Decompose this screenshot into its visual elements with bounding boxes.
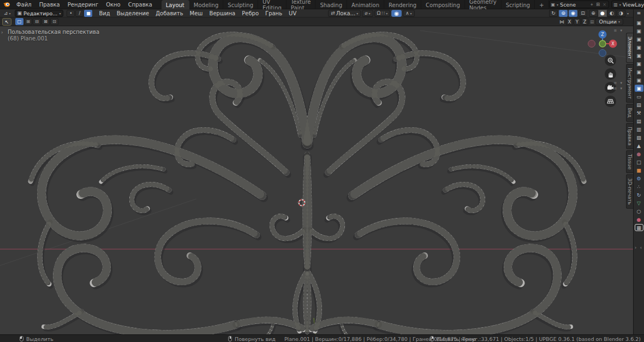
options-dropdown[interactable]: Опции ▾ — [595, 18, 623, 25]
topbar-menu-item[interactable]: Правка — [35, 1, 64, 8]
screen-display-icon[interactable]: ▣ — [635, 85, 643, 92]
workspace-tab[interactable]: Sculpting — [223, 0, 258, 9]
camera-icon[interactable]: ▣ — [635, 36, 643, 43]
viewport-menu-item[interactable]: Вершина — [206, 10, 239, 17]
workspace-tab[interactable]: + — [535, 0, 548, 9]
workspace-tab[interactable]: Compositing — [421, 0, 465, 9]
sidebar-tab[interactable]: Вид — [626, 104, 633, 121]
physics-icon[interactable]: ↻ — [635, 191, 643, 198]
workspace-tab[interactable]: Animation — [347, 0, 384, 9]
editor-type-button[interactable]: ⊿ ▾ — [2, 10, 13, 16]
workspace-tab[interactable]: Shading — [315, 0, 347, 9]
viewport-menu-item[interactable]: Ребро — [238, 10, 262, 17]
sidebar-tab[interactable]: Правка — [626, 123, 633, 149]
camera-icon[interactable]: ▣ — [635, 52, 643, 59]
select-set-icon[interactable]: □ — [15, 18, 23, 25]
sidebar-tab[interactable]: Инструмент — [626, 64, 633, 103]
panel-collapse-icon[interactable]: ≡ ▾ — [613, 81, 623, 85]
workspace-tab[interactable]: Geometry Nodes — [465, 0, 502, 9]
workspace-tab[interactable]: Rendering — [384, 0, 421, 9]
new-scene-icon[interactable]: ⊞ — [595, 2, 600, 7]
workspace-tab[interactable]: Modeling — [189, 0, 224, 9]
select-difference-icon[interactable]: ⊠ — [41, 18, 50, 25]
camera-icon[interactable]: ▣ — [635, 44, 643, 51]
sidebar-tab[interactable]: Tissue — [626, 150, 633, 173]
workspace-tab[interactable]: Scripting — [502, 0, 535, 9]
shading-dropdown-icon[interactable]: ▾ — [627, 11, 629, 15]
falloff-dropdown[interactable]: ∧ ▾ — [403, 10, 415, 17]
topbar-menu-item[interactable]: Справка — [124, 1, 156, 8]
image-icon[interactable]: ▨ — [635, 134, 643, 141]
camera-outline-icon[interactable]: ▭ — [635, 93, 643, 100]
viewport-menu-item[interactable]: Добавить — [152, 10, 186, 17]
particles-icon[interactable]: ∴ — [635, 183, 643, 190]
camera-icon[interactable]: ▣ — [635, 76, 643, 84]
shading-solid-icon[interactable]: ● — [598, 10, 607, 17]
vertex-select-icon[interactable]: • — [67, 10, 75, 17]
output-icon[interactable]: ▤ — [635, 117, 643, 125]
scene-icon[interactable]: ▲ — [635, 142, 643, 149]
pivot-dropdown[interactable]: ⌀ ▾ — [362, 10, 373, 17]
object-data-icon[interactable]: ▽ — [635, 199, 643, 207]
proportional-edit-toggle[interactable]: ◉ — [391, 10, 402, 17]
world-icon[interactable]: ● — [635, 150, 643, 157]
tool-icon[interactable]: ⚒ — [635, 109, 643, 116]
viewport-menu-item[interactable]: Грань — [262, 10, 285, 17]
sidebar-tab[interactable]: Элемент — [626, 33, 633, 63]
texture-icon[interactable]: ▦ — [635, 224, 643, 231]
ortho-toggle-button[interactable] — [605, 96, 616, 107]
viewport-menu-item[interactable]: UV — [285, 10, 300, 17]
camera-icon[interactable]: ▣ — [635, 19, 643, 26]
viewport-menu-item[interactable]: Вид — [96, 10, 113, 17]
camera-icon[interactable]: ▣ — [635, 27, 643, 34]
orientation-dropdown[interactable]: ⇄ Лока... ▾ — [328, 10, 361, 17]
active-tool-button[interactable]: ↖ — [2, 18, 11, 26]
viewport-menu-item[interactable]: Выделение — [114, 10, 153, 17]
collection-icon[interactable]: □ — [635, 158, 643, 166]
render-result-icon[interactable]: ▤ — [635, 101, 643, 108]
xray-toggle-icon[interactable]: ◉ — [569, 10, 577, 17]
filter-icon[interactable]: ≡ — [637, 10, 641, 16]
view-layer-icon[interactable]: ▥ — [635, 126, 643, 133]
viewport-menu-item[interactable]: Меш — [187, 10, 206, 17]
workspace-tab[interactable]: Layout — [162, 0, 189, 9]
shading-rendered-icon[interactable]: ◑ — [617, 10, 625, 17]
toolbar-expand-icon[interactable]: › — [1, 30, 3, 35]
constraints-icon[interactable]: ○ — [635, 208, 643, 215]
panel-collapse-icon[interactable]: ≡ ▾ — [613, 28, 623, 33]
mode-selector[interactable]: ▣ Редактиро... ▾ — [15, 10, 64, 17]
panel-collapse-icon[interactable]: ≡ ▾ — [613, 86, 623, 91]
scene-selector[interactable]: ▣ ▾ Scene ⌖ ⊞ × — [549, 1, 610, 8]
viewlayer-selector[interactable]: ▥ ▾ ViewLayer ⊞ × — [611, 1, 644, 8]
face-select-icon[interactable]: ■ — [84, 10, 92, 17]
modifiers-icon[interactable]: ⚙ — [635, 175, 643, 182]
snap-grid-icon[interactable]: ⊞ — [590, 19, 594, 25]
show-gizmos-icon[interactable]: ↻ — [549, 10, 558, 17]
sidebar-tab[interactable]: 3D-печать — [626, 174, 633, 209]
3d-viewport[interactable]: › Пользовательская перспектива (68) Plan… — [0, 26, 633, 334]
topbar-menu-item[interactable]: Окно — [102, 1, 124, 8]
select-subtract-icon[interactable]: ⊟ — [33, 18, 41, 25]
mirror-axis-button[interactable]: X — [566, 18, 573, 25]
render-preview-icon[interactable]: ⊡ — [579, 10, 587, 17]
pin-icon[interactable]: ⌖ — [590, 2, 594, 8]
camera-icon[interactable]: ▣ — [635, 60, 643, 67]
material-icon[interactable]: ● — [635, 216, 643, 223]
workspace-tab[interactable]: Texture Paint — [287, 0, 316, 9]
edge-select-icon[interactable]: / — [75, 10, 84, 17]
topbar-menu-item[interactable]: Файл — [13, 1, 35, 8]
camera-icon[interactable]: ▣ — [635, 68, 643, 75]
workspace-tab[interactable]: UV Editing — [258, 0, 287, 9]
show-overlays-icon[interactable]: ⊚ — [559, 10, 568, 17]
object-icon[interactable]: ■ — [635, 167, 643, 174]
select-intersect-icon[interactable]: ⊡ — [50, 18, 58, 25]
region-resize-arrows[interactable]: › ‹ — [635, 245, 643, 250]
mirror-axis-button[interactable]: Z — [581, 18, 588, 25]
select-extend-icon[interactable]: ⊞ — [24, 18, 32, 25]
snap-toggle[interactable]: Ω ∷ ▾ — [374, 10, 391, 17]
mirror-axis-button[interactable]: Y — [574, 18, 581, 25]
shading-material-icon[interactable]: ◐ — [607, 10, 616, 17]
close-icon[interactable]: × — [602, 2, 607, 7]
topbar-menu-item[interactable]: Рендеринг — [64, 1, 102, 8]
shading-wireframe-icon[interactable]: ⊕ — [589, 10, 598, 17]
